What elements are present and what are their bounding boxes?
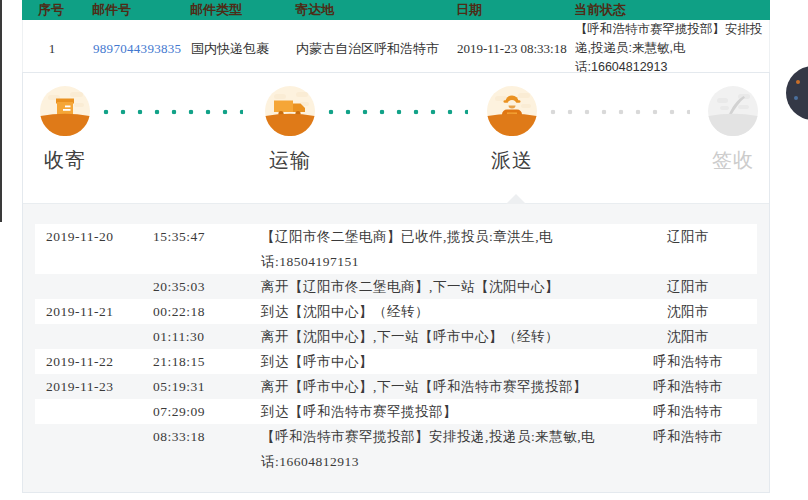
- event-date: [35, 424, 153, 474]
- step-deliver: [487, 86, 537, 136]
- signature-icon: [708, 86, 758, 136]
- event-date: [35, 399, 153, 424]
- mail-type: 国内快递包裹: [183, 40, 288, 58]
- event-location: 辽阳市: [633, 224, 743, 274]
- event-location: 呼和浩特市: [633, 349, 743, 374]
- shipment-table-header: 序号 邮件号 邮件类型 寄达地 日期 当前状态: [22, 0, 770, 20]
- timeline-row: 08:33:18 【呼和浩特市赛罕揽投部】安排投递,投递员:来慧敏,电话:166…: [35, 424, 757, 474]
- step-transport: [265, 86, 315, 136]
- event-description: 到达【呼和浩特市赛罕揽投部】: [261, 399, 633, 424]
- event-description: 离开【沈阳中心】,下一站【呼市中心】（经转）: [261, 324, 633, 349]
- step-transport-label: 运输: [250, 147, 330, 174]
- event-time: 21:18:15: [153, 349, 261, 374]
- event-description: 到达【沈阳中心】（经转）: [261, 299, 633, 324]
- widget-speck: [796, 80, 800, 84]
- col-header-status: 当前状态: [571, 0, 770, 20]
- progress-steps: 收寄 运输: [23, 73, 769, 203]
- shipment-row: 1 9897044393835 国内快递包裹 内蒙古自治区呼和浩特市 2019-…: [22, 20, 770, 79]
- mail-number-link[interactable]: 9897044393835: [93, 41, 181, 56]
- step-collect: [40, 86, 90, 136]
- step-deliver-label: 派送: [472, 147, 552, 174]
- shipment-date: 2019-11-23 08:33:18: [448, 41, 572, 57]
- event-date: 2019-11-21: [35, 299, 153, 324]
- timeline-row: 2019-11-20 15:35:47 【辽阳市佟二堡电商】已收件,揽投员:章洪…: [35, 224, 757, 274]
- event-description: 【辽阳市佟二堡电商】已收件,揽投员:章洪生,电话:18504197151: [261, 224, 633, 274]
- timeline-row: 2019-11-23 05:19:31 离开【呼市中心】,下一站【呼和浩特市赛罕…: [35, 374, 757, 399]
- event-date: [35, 324, 153, 349]
- event-location: 呼和浩特市: [633, 374, 743, 399]
- timeline-row: 07:29:09 到达【呼和浩特市赛罕揽投部】 呼和浩特市: [35, 399, 757, 424]
- destination: 内蒙古自治区呼和浩特市: [288, 40, 448, 58]
- progress-dots-pending: [550, 109, 690, 115]
- step-sign-label: 签收: [693, 147, 773, 174]
- event-time: 05:19:31: [153, 374, 261, 399]
- timeline-events: 2019-11-20 15:35:47 【辽阳市佟二堡电商】已收件,揽投员:章洪…: [35, 224, 757, 474]
- shipment-table: 序号 邮件号 邮件类型 寄达地 日期 当前状态 1 9897044393835 …: [22, 0, 770, 79]
- widget-speck: [794, 96, 798, 100]
- event-time: 00:22:18: [153, 299, 261, 324]
- col-header-destination: 寄达地: [287, 0, 447, 20]
- progress-dots-done-2: [328, 109, 468, 115]
- truck-icon: [265, 86, 315, 136]
- event-location: 呼和浩特市: [633, 424, 743, 474]
- col-header-mail-no: 邮件号: [80, 0, 182, 20]
- event-time: 07:29:09: [153, 399, 261, 424]
- progress-dots-done-1: [103, 109, 243, 115]
- current-status: 【呼和浩特市赛罕揽投部】安排投递,投递员:来慧敏,电话:16604812913: [572, 20, 769, 77]
- timeline-panel: 2019-11-20 15:35:47 【辽阳市佟二堡电商】已收件,揽投员:章洪…: [23, 203, 769, 492]
- col-header-mail-type: 邮件类型: [182, 0, 287, 20]
- shipment-index: 1: [23, 41, 81, 57]
- event-time: 08:33:18: [153, 424, 261, 474]
- tracking-detail-card: 收寄 运输: [22, 72, 770, 493]
- event-description: 【呼和浩特市赛罕揽投部】安排投递,投递员:来慧敏,电话:16604812913: [261, 424, 633, 474]
- event-date: [35, 274, 153, 299]
- event-location: 辽阳市: [633, 274, 743, 299]
- step-collect-label: 收寄: [25, 147, 105, 174]
- event-date: 2019-11-22: [35, 349, 153, 374]
- event-description: 到达【呼市中心】: [261, 349, 633, 374]
- event-description: 离开【辽阳市佟二堡电商】,下一站【沈阳中心】: [261, 274, 633, 299]
- event-date: 2019-11-23: [35, 374, 153, 399]
- tracking-page: 序号 邮件号 邮件类型 寄达地 日期 当前状态 1 9897044393835 …: [22, 0, 770, 79]
- step-sign: [708, 86, 758, 136]
- timeline-row: 2019-11-22 21:18:15 到达【呼市中心】 呼和浩特市: [35, 349, 757, 374]
- event-location: 沈阳市: [633, 299, 743, 324]
- event-location: 呼和浩特市: [633, 399, 743, 424]
- floating-widget-button[interactable]: [786, 66, 808, 120]
- timeline-row: 01:11:30 离开【沈阳中心】,下一站【呼市中心】（经转） 沈阳市: [35, 324, 757, 349]
- courier-icon: [487, 86, 537, 136]
- col-header-index: 序号: [22, 0, 80, 20]
- event-time: 20:35:03: [153, 274, 261, 299]
- window-edge-strip: [0, 0, 2, 222]
- timeline-row: 20:35:03 离开【辽阳市佟二堡电商】,下一站【沈阳中心】 辽阳市: [35, 274, 757, 299]
- event-location: 沈阳市: [633, 324, 743, 349]
- event-description: 离开【呼市中心】,下一站【呼和浩特市赛罕揽投部】: [261, 374, 633, 399]
- panel-notch-arrow: [506, 194, 526, 204]
- event-time: 15:35:47: [153, 224, 261, 274]
- parcel-icon: [40, 86, 90, 136]
- col-header-date: 日期: [447, 0, 571, 20]
- timeline-row: 2019-11-21 00:22:18 到达【沈阳中心】（经转） 沈阳市: [35, 299, 757, 324]
- event-date: 2019-11-20: [35, 224, 153, 274]
- event-time: 01:11:30: [153, 324, 261, 349]
